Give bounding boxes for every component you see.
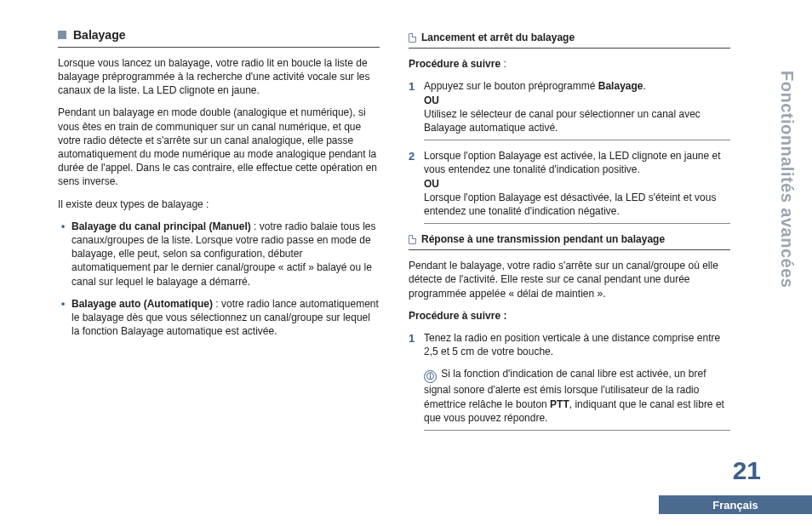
step-block: Appuyez sur le bouton préprogrammé Balay… — [424, 79, 730, 140]
step-text: . — [643, 80, 645, 92]
bullet-item: Balayage du canal principal (Manuel) : v… — [71, 220, 380, 289]
steps-list: Appuyez sur le bouton préprogrammé Balay… — [409, 79, 730, 224]
language-badge: Français — [659, 495, 812, 514]
info-icon: ⓘ — [424, 370, 437, 383]
inline-bold: Balayage — [598, 80, 643, 92]
body-paragraph: Pendant un balayage en mode double (anal… — [58, 106, 380, 188]
body-paragraph: Lorsque vous lancez un balayage, votre r… — [58, 56, 380, 98]
right-column: Lancement et arrêt du balayage Procédure… — [409, 27, 730, 439]
bullet-list: Balayage du canal principal (Manuel) : v… — [58, 220, 380, 339]
step-item: Lorsque l'option Balayage est activée, l… — [424, 149, 730, 224]
section-heading-text: Balayage — [73, 27, 125, 43]
bullet-item-label: Balayage du canal principal (Manuel) — [71, 220, 251, 232]
step-or: OU — [424, 94, 439, 106]
page-icon — [409, 33, 416, 43]
step-text: Utilisez le sélecteur de canal pour séle… — [424, 108, 700, 134]
step-text: Lorsque l'option Balayage est activée, l… — [424, 150, 721, 175]
bullet-item: Balayage auto (Automatique) : votre radi… — [71, 297, 380, 339]
sub-heading: Lancement et arrêt du balayage — [409, 31, 730, 49]
step-block: ⓘ Si la fonction d'indication de canal l… — [424, 367, 730, 431]
square-bullet-icon — [58, 31, 66, 39]
document-page: Balayage Lorsque vous lancez un balayage… — [0, 0, 812, 526]
procedure-label-text: Procédure à suivre — [409, 58, 500, 70]
sub-heading-text: Lancement et arrêt du balayage — [421, 31, 575, 44]
step-text: Appuyez sur le bouton préprogrammé — [424, 80, 598, 92]
side-tab: Fonctionnalités avancées — [761, 22, 812, 337]
two-column-body: Balayage Lorsque vous lancez un balayage… — [58, 27, 730, 439]
sub-heading: Réponse à une transmission pendant un ba… — [409, 232, 730, 250]
page-icon — [409, 235, 416, 244]
body-paragraph: Pendant le balayage, votre radio s'arrêt… — [409, 259, 730, 300]
step-block: Lorsque l'option Balayage est activée, l… — [424, 149, 730, 224]
step-item: Tenez la radio en position verticale à u… — [424, 331, 730, 431]
side-tab-text: Fonctionnalités avancées — [777, 71, 797, 288]
section-heading: Balayage — [58, 27, 380, 48]
page-number: 21 — [733, 456, 761, 485]
colon: : — [500, 58, 506, 70]
procedure-label: Procédure à suivre : — [409, 57, 730, 71]
procedure-label: Procédure à suivre : — [409, 309, 730, 323]
sub-heading-text: Réponse à une transmission pendant un ba… — [421, 232, 665, 246]
body-paragraph: Il existe deux types de balayage : — [58, 197, 380, 211]
step-or: OU — [424, 178, 439, 190]
step-text: Tenez la radio en position verticale à u… — [424, 332, 720, 357]
step-text: Lorsque l'option Balayage est désactivée… — [424, 192, 716, 217]
steps-list: Tenez la radio en position verticale à u… — [409, 331, 730, 431]
inline-bold: PTT — [550, 398, 569, 410]
step-item: Appuyez sur le bouton préprogrammé Balay… — [424, 79, 730, 140]
left-column: Balayage Lorsque vous lancez un balayage… — [58, 27, 380, 439]
bullet-item-label: Balayage auto (Automatique) — [71, 298, 213, 310]
